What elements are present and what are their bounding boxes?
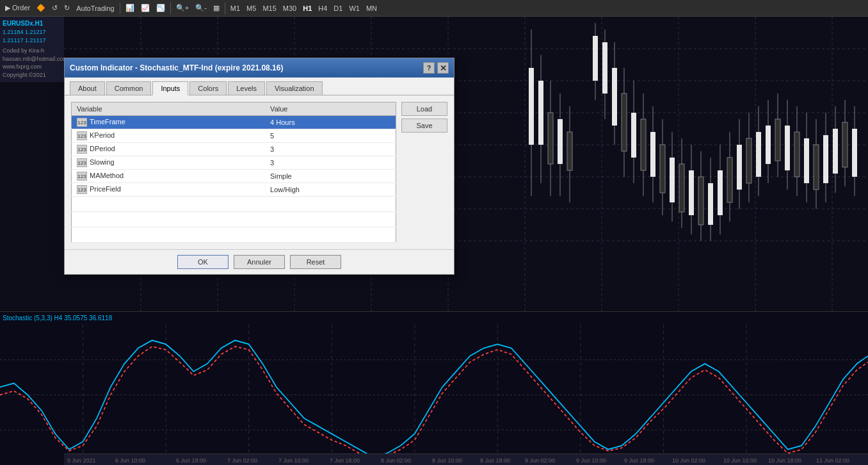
- value-cell: Low/High: [265, 183, 396, 197]
- table-row[interactable]: 123DPeriod 3: [72, 143, 396, 156]
- dialog-controls: ? ✕: [423, 62, 449, 74]
- variable-cell: 123Slowing: [72, 156, 266, 170]
- col-variable: Variable: [72, 102, 266, 116]
- close-button[interactable]: ✕: [437, 62, 449, 74]
- variable-cell: 123PriceField: [72, 183, 266, 197]
- variable-cell: 123MAMethod: [72, 170, 266, 183]
- dialog-body: Variable Value 123TimeFrame 4 Hours: [65, 95, 454, 249]
- dialog-overlay: Custom Indicator - Stochastic_MTF-Ind (e…: [0, 0, 868, 465]
- dialog-titlebar: Custom Indicator - Stochastic_MTF-Ind (e…: [65, 58, 454, 78]
- value-cell: Simple: [265, 170, 396, 183]
- empty-row: [72, 212, 396, 227]
- type-icon: 123: [77, 145, 87, 154]
- ok-button[interactable]: OK: [177, 255, 229, 269]
- table-row[interactable]: 123MAMethod Simple: [72, 170, 396, 183]
- save-button[interactable]: Save: [401, 118, 447, 133]
- table-row[interactable]: 123KPeriod 5: [72, 129, 396, 143]
- table-row[interactable]: 123PriceField Low/High: [72, 183, 396, 197]
- type-icon: 123: [77, 172, 87, 181]
- dialog-footer: OK Annuler Reset: [65, 249, 454, 274]
- param-table: Variable Value 123TimeFrame 4 Hours: [71, 102, 396, 243]
- reset-button[interactable]: Reset: [290, 255, 341, 269]
- tab-visualization[interactable]: Visualization: [266, 81, 323, 95]
- variable-cell: 123KPeriod: [72, 129, 266, 143]
- dialog-title: Custom Indicator - Stochastic_MTF-Ind (e…: [70, 63, 423, 72]
- table-with-buttons: Variable Value 123TimeFrame 4 Hours: [71, 102, 447, 243]
- value-cell: 3: [265, 156, 396, 170]
- tab-colors[interactable]: Colors: [189, 81, 227, 95]
- value-cell: 4 Hours: [265, 116, 396, 129]
- col-value: Value: [265, 102, 396, 116]
- custom-indicator-dialog: Custom Indicator - Stochastic_MTF-Ind (e…: [64, 58, 454, 275]
- type-icon: 123: [77, 158, 87, 167]
- table-container: Variable Value 123TimeFrame 4 Hours: [71, 102, 396, 243]
- tab-common[interactable]: Common: [106, 81, 152, 95]
- variable-cell: 123TimeFrame: [72, 116, 266, 129]
- type-icon: 123: [77, 185, 87, 194]
- value-cell: 5: [265, 129, 396, 143]
- cancel-button[interactable]: Annuler: [234, 255, 285, 269]
- value-cell: 3: [265, 143, 396, 156]
- dialog-tabs: About Common Inputs Colors Levels Visual…: [65, 78, 454, 95]
- table-header-row: Variable Value: [72, 102, 396, 116]
- variable-cell: 123DPeriod: [72, 143, 266, 156]
- table-row[interactable]: 123Slowing 3: [72, 156, 396, 170]
- help-button[interactable]: ?: [423, 62, 435, 74]
- load-button[interactable]: Load: [401, 102, 447, 116]
- type-icon: 123: [77, 131, 87, 140]
- tab-about[interactable]: About: [70, 81, 105, 95]
- table-row[interactable]: 123TimeFrame 4 Hours: [72, 116, 396, 129]
- empty-row: [72, 197, 396, 212]
- side-buttons: Load Save: [401, 102, 447, 133]
- tab-levels[interactable]: Levels: [228, 81, 265, 95]
- tab-inputs[interactable]: Inputs: [152, 81, 188, 95]
- empty-row: [72, 227, 396, 243]
- type-icon: 123: [77, 118, 87, 127]
